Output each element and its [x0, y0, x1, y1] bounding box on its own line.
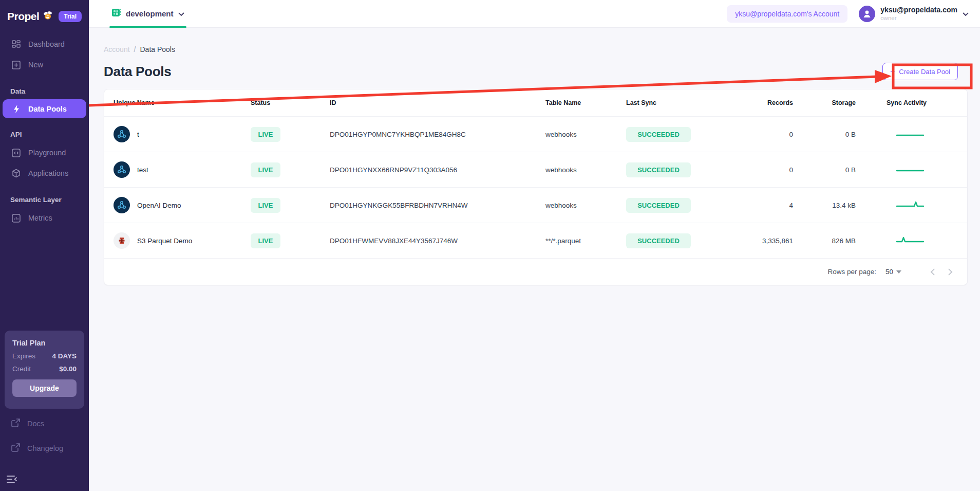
col-table-name: Table Name — [545, 99, 626, 106]
content: Account / Data Pools Data Pools + Create… — [89, 28, 980, 285]
breadcrumb-separator: / — [134, 45, 136, 53]
pool-id: DPO01HGYNXX66RNP9VZ11Q303A056 — [330, 166, 545, 174]
sidebar-item-changelog[interactable]: Changelog — [0, 438, 89, 459]
sidebar-item-new[interactable]: New — [0, 54, 89, 75]
pool-name: test — [137, 166, 148, 174]
environment-icon — [111, 8, 121, 20]
app-window: Propel Trial Da — [0, 0, 980, 491]
last-sync-badge: SUCCEEDED — [626, 127, 691, 142]
table-row[interactable]: t LIVE DPO01HGYP0MNC7YKHBQP1ME84GH8C web… — [104, 116, 967, 152]
col-status: Status — [251, 99, 330, 106]
status-badge: LIVE — [251, 127, 280, 142]
pool-name: t — [137, 131, 139, 138]
plus-square-icon — [11, 60, 21, 70]
upgrade-button[interactable]: Upgrade — [12, 379, 77, 397]
pool-records: 0 — [719, 131, 793, 138]
pool-records: 3,335,861 — [719, 237, 793, 245]
next-page-icon[interactable] — [948, 268, 953, 276]
sidebar-item-data-pools[interactable]: Data Pools — [3, 99, 86, 118]
pool-table-name: webhooks — [545, 166, 626, 174]
col-id: ID — [330, 99, 545, 106]
col-last-sync: Last Sync — [626, 99, 719, 106]
rows-per-page-value: 50 — [885, 268, 893, 276]
collapse-sidebar-icon[interactable] — [6, 473, 20, 485]
external-link-icon — [11, 443, 20, 453]
sidebar-item-dashboard[interactable]: Dashboard — [0, 34, 89, 54]
expires-value: 4 DAYS — [52, 352, 77, 360]
col-storage: Storage — [793, 99, 856, 106]
pool-id: DPO01HFWMEVV88JXE44Y3567J746W — [330, 237, 545, 245]
logo-text: Propel — [7, 10, 39, 23]
trial-plan-title: Trial Plan — [12, 339, 77, 347]
chevron-down-icon — [178, 9, 184, 19]
pool-storage: 0 B — [793, 131, 856, 138]
sidebar-item-label: Applications — [28, 169, 68, 177]
sync-activity-sparkline — [856, 130, 955, 139]
sidebar-section-api: API — [0, 131, 89, 138]
pool-storage: 826 MB — [793, 237, 856, 245]
lightning-icon — [11, 104, 21, 114]
sidebar-nav: Dashboard New Data Data Pools API — [0, 34, 89, 228]
code-icon — [11, 148, 21, 158]
sidebar-item-applications[interactable]: Applications — [0, 163, 89, 184]
user-role: owner — [880, 14, 957, 22]
user-menu[interactable]: yksu@propeldata.com owner — [859, 6, 969, 22]
table-row[interactable]: OpenAI Demo LIVE DPO01HGYNKGGK55BFRBDHN7… — [104, 187, 967, 223]
environment-selector[interactable]: development — [109, 0, 186, 28]
pool-records: 0 — [719, 166, 793, 174]
last-sync-badge: SUCCEEDED — [626, 233, 691, 248]
webhook-icon — [114, 126, 130, 142]
pool-id: DPO01HGYNKGGK55BFRBDHN7VRHN4W — [330, 202, 545, 209]
sidebar-item-playground[interactable]: Playground — [0, 142, 89, 163]
trial-badge: Trial — [59, 11, 82, 22]
logo: Propel Trial — [0, 0, 89, 23]
create-data-pool-label: Create Data Pool — [899, 68, 950, 76]
pool-table-name: **/*.parquet — [545, 237, 626, 245]
rows-per-page-label: Rows per page: — [827, 268, 876, 276]
page-title: Data Pools — [104, 64, 171, 80]
rows-per-page-select[interactable]: 50 — [885, 268, 901, 276]
sidebar-section-semantic: Semantic Layer — [0, 196, 89, 204]
sidebar-item-label: Data Pools — [28, 105, 67, 113]
data-pools-table: Unique Name Status ID Table Name Last Sy… — [104, 89, 968, 285]
breadcrumb: Account / Data Pools — [104, 45, 968, 53]
create-data-pool-button[interactable]: + Create Data Pool — [882, 63, 958, 80]
pool-table-name: webhooks — [545, 131, 626, 138]
status-badge: LIVE — [251, 198, 280, 213]
avatar — [859, 6, 875, 22]
dashboard-icon — [11, 40, 21, 49]
pagination: Rows per page: 50 — [104, 258, 967, 285]
status-badge: LIVE — [251, 162, 280, 177]
status-badge: LIVE — [251, 233, 280, 248]
sidebar-item-label: Dashboard — [28, 40, 65, 48]
last-sync-badge: SUCCEEDED — [626, 162, 691, 177]
sidebar-item-label: Metrics — [28, 214, 52, 222]
table-header: Unique Name Status ID Table Name Last Sy… — [104, 89, 967, 116]
webhook-icon — [114, 161, 130, 178]
prev-page-icon[interactable] — [930, 268, 935, 276]
sidebar-item-label: Playground — [28, 149, 66, 157]
credit-value: $0.00 — [59, 365, 77, 373]
col-records: Records — [719, 99, 793, 106]
credit-label: Credit — [12, 365, 31, 373]
breadcrumb-account[interactable]: Account — [104, 45, 130, 53]
sidebar-item-docs[interactable]: Docs — [0, 413, 89, 434]
col-sync-activity: Sync Activity — [856, 99, 955, 106]
sidebar-item-label: Docs — [27, 420, 44, 428]
sidebar-section-data: Data — [0, 87, 89, 95]
external-link-icon — [11, 419, 20, 429]
trial-plan-card: Trial Plan Expires 4 DAYS Credit $0.00 U… — [5, 331, 84, 409]
table-row[interactable]: S3 Parquet Demo LIVE DPO01HFWMEVV88JXE44… — [104, 223, 967, 258]
sidebar-item-label: Changelog — [27, 444, 63, 452]
user-email: yksu@propeldata.com — [880, 6, 957, 15]
webhook-icon — [114, 197, 130, 213]
breadcrumb-current: Data Pools — [140, 45, 175, 53]
environment-name: development — [126, 9, 174, 18]
bar-chart-icon — [11, 213, 21, 223]
sidebar-item-metrics[interactable]: Metrics — [0, 208, 89, 228]
sync-activity-sparkline — [856, 237, 955, 245]
account-pill[interactable]: yksu@propeldata.com's Account — [727, 5, 847, 23]
table-row[interactable]: test LIVE DPO01HGYNXX66RNP9VZ11Q303A056 … — [104, 152, 967, 187]
pool-id: DPO01HGYP0MNC7YKHBQP1ME84GH8C — [330, 131, 545, 138]
propel-bee-icon — [42, 10, 53, 23]
